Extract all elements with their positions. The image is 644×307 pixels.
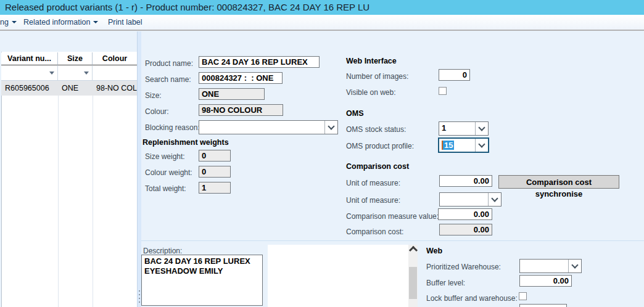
menu-bar: ng Related information Print label xyxy=(0,15,644,31)
size-label: Size: xyxy=(145,91,162,100)
unit-of-measure2-label: Unit of measure: xyxy=(346,196,400,205)
grid-header-size[interactable]: Size xyxy=(58,52,93,65)
colour-label: Colour: xyxy=(145,107,169,116)
menu-item-clipped[interactable]: ng xyxy=(0,15,17,30)
scrollbar-thumb[interactable] xyxy=(409,267,417,299)
pane-splitter[interactable] xyxy=(137,31,141,307)
visible-on-web-checkbox[interactable] xyxy=(439,87,447,95)
oms-stock-status-label: OMS stock status: xyxy=(346,125,406,134)
grid-column-separator xyxy=(93,96,93,307)
buffer-level-label: Buffer level: xyxy=(426,279,465,287)
title-bar: Released product variants (1 - r) - Prod… xyxy=(0,0,644,15)
size-input[interactable] xyxy=(199,88,265,100)
grid-filter-size[interactable] xyxy=(58,65,93,81)
chevron-down-icon[interactable] xyxy=(324,121,337,134)
total-weight-input[interactable] xyxy=(199,182,231,194)
oms-stock-status-dropdown[interactable]: 1 xyxy=(439,121,489,136)
filter-dropdown-icon[interactable] xyxy=(84,72,89,75)
chevron-down-icon[interactable] xyxy=(475,122,488,135)
grid-column-separator xyxy=(58,96,59,307)
lock-buffer-warehouse-label: Lock buffer and warehouse: xyxy=(426,294,518,303)
lock-buffer-warehouse-checkbox[interactable] xyxy=(519,292,527,300)
web-header: Web xyxy=(426,247,442,255)
vertical-scrollbar[interactable] xyxy=(408,245,418,307)
section-divider xyxy=(141,240,644,241)
size-weight-input[interactable] xyxy=(199,150,231,162)
chevron-down-icon[interactable] xyxy=(475,139,488,152)
comparison-measure-value-input[interactable] xyxy=(438,208,492,220)
number-of-images-input[interactable] xyxy=(439,69,470,81)
released-product-variants-window: Released product variants (1 - r) - Prod… xyxy=(0,0,644,307)
menu-item-print-label[interactable]: Print label xyxy=(108,15,142,30)
unit-of-measure-label: Unit of measure: xyxy=(346,179,400,187)
total-weight-label: Total weight: xyxy=(145,184,186,193)
unit-of-measure-value-input[interactable] xyxy=(439,175,492,187)
selected-text: 15 xyxy=(442,141,454,150)
blocking-reason-dropdown[interactable] xyxy=(199,120,338,134)
chevron-down-icon[interactable] xyxy=(488,193,501,206)
comparison-cost-input[interactable] xyxy=(439,224,492,235)
chevron-down-icon[interactable] xyxy=(568,260,581,272)
notes-panel[interactable] xyxy=(268,245,408,307)
grid-cell-colour[interactable]: 98-NO COLOUR xyxy=(93,81,137,96)
menu-item-related-information[interactable]: Related information xyxy=(23,15,98,30)
comparison-cost-header: Comparison cost xyxy=(346,162,409,171)
visible-on-web-label: Visible on web: xyxy=(346,88,396,97)
grid-filter-colour[interactable] xyxy=(93,65,137,81)
prioritized-warehouse-label: Prioritized Warehouse: xyxy=(426,263,501,271)
grid-header-variant[interactable]: Variant nu... xyxy=(1,52,58,65)
description-label: Description: xyxy=(143,247,182,255)
grid-cell-size[interactable]: ONE xyxy=(58,81,93,96)
grid-header-colour[interactable]: Colour xyxy=(93,52,137,65)
filter-dropdown-icon[interactable] xyxy=(49,72,54,75)
oms-product-profile-label: OMS product profile: xyxy=(346,142,414,150)
product-name-label: Product name: xyxy=(145,59,193,68)
description-textarea[interactable]: BAC 24 DAY 16 REP LUREX EYESHADOW EMILY xyxy=(141,255,263,306)
prioritized-warehouse-dropdown[interactable] xyxy=(519,259,582,273)
colour-weight-label: Colour weight: xyxy=(145,168,192,177)
chevron-down-icon xyxy=(93,21,98,23)
web-interface-header: Web Interface xyxy=(346,57,397,65)
comparison-cost-label: Comparison cost: xyxy=(346,227,403,236)
comparison-measure-value-label: Comparison measure value: xyxy=(346,212,439,221)
buffer-level-input[interactable] xyxy=(519,275,572,287)
search-name-input[interactable] xyxy=(199,72,283,84)
product-name-input[interactable] xyxy=(199,56,320,68)
clipped-bottom-input[interactable] xyxy=(519,304,567,307)
chevron-down-icon xyxy=(12,21,17,23)
grid-filter-variant[interactable] xyxy=(1,65,58,81)
scroll-up-icon[interactable] xyxy=(408,246,417,255)
replenishment-weights-header: Replenishment weights xyxy=(142,138,229,147)
oms-product-profile-dropdown[interactable]: 15 xyxy=(438,137,489,153)
colour-input[interactable] xyxy=(199,104,283,116)
window-title: Released product variants (1 - r) - Prod… xyxy=(5,2,369,12)
colour-weight-input[interactable] xyxy=(199,166,231,178)
grid-cell-variant[interactable]: R605965006 xyxy=(1,81,58,96)
size-weight-label: Size weight: xyxy=(145,152,185,161)
oms-header: OMS xyxy=(346,109,363,118)
search-name-label: Search name: xyxy=(145,75,191,84)
number-of-images-label: Number of images: xyxy=(346,72,408,81)
comparison-cost-synchronise-button[interactable]: Comparison cost synchronise xyxy=(498,175,619,189)
blocking-reason-label: Blocking reason: xyxy=(145,123,200,132)
unit-of-measure-dropdown[interactable] xyxy=(439,192,502,207)
